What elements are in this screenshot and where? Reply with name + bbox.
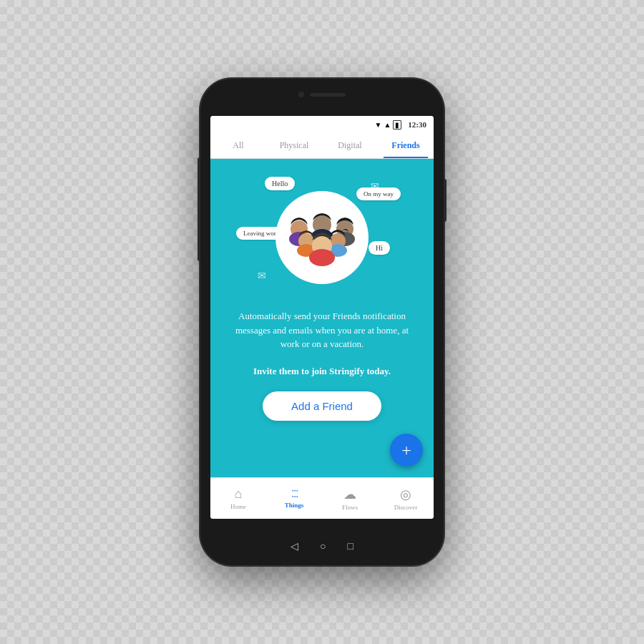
tab-physical[interactable]: Physical bbox=[266, 133, 322, 158]
bottom-nav: ⌂ Home ⁚⁚⁚ Things ☁ Flows ◎ Discover bbox=[210, 477, 434, 519]
envelope-icon-1: ✉ bbox=[371, 180, 379, 192]
battery-icon: ▮ bbox=[393, 120, 401, 130]
add-friend-button[interactable]: Add a Friend bbox=[263, 391, 381, 421]
nav-things[interactable]: ⁚⁚⁚ Things bbox=[266, 488, 322, 509]
nav-home[interactable]: ⌂ Home bbox=[210, 487, 266, 510]
speaker bbox=[310, 93, 346, 97]
tab-digital[interactable]: Digital bbox=[322, 133, 378, 158]
tab-all[interactable]: All bbox=[210, 133, 266, 158]
bubble-hi: Hi bbox=[369, 241, 390, 255]
status-bar: ▼ ▲ ▮ 12:30 bbox=[210, 116, 434, 133]
nav-flows[interactable]: ☁ Flows bbox=[322, 487, 378, 511]
friends-content: Hello On my way Leaving work Hi ✉ ✉ ✉ bbox=[210, 159, 434, 477]
android-nav-bar: ◁ ○ □ bbox=[200, 540, 444, 552]
time-display: 12:30 bbox=[408, 120, 426, 129]
phone-top-details bbox=[298, 92, 346, 97]
wifi-icon: ▼ bbox=[375, 121, 382, 129]
tab-friends[interactable]: Friends bbox=[378, 133, 434, 158]
home-button[interactable]: ○ bbox=[320, 541, 326, 552]
status-icons: ▼ ▲ ▮ 12:30 bbox=[375, 120, 426, 130]
nav-discover[interactable]: ◎ Discover bbox=[378, 487, 434, 511]
people-circle bbox=[275, 191, 369, 284]
phone-screen: ▼ ▲ ▮ 12:30 All Physical Digital Friends bbox=[210, 116, 434, 519]
description-text: Automatically send your Friends notifica… bbox=[225, 309, 419, 351]
signal-icon: ▲ bbox=[384, 121, 391, 129]
tab-bar: All Physical Digital Friends bbox=[210, 133, 434, 159]
bubble-hello: Hello bbox=[265, 177, 295, 190]
back-button[interactable]: ◁ bbox=[291, 540, 298, 552]
envelope-icon-3: ✉ bbox=[258, 270, 266, 282]
fab-button[interactable]: + bbox=[390, 434, 423, 467]
discover-icon: ◎ bbox=[400, 487, 411, 502]
flows-icon: ☁ bbox=[343, 487, 356, 502]
friends-illustration: Hello On my way Leaving work Hi ✉ ✉ ✉ bbox=[250, 173, 394, 302]
recent-button[interactable]: □ bbox=[348, 541, 353, 552]
things-icon: ⁚⁚⁚ bbox=[291, 488, 298, 500]
phone-mockup: ▼ ▲ ▮ 12:30 All Physical Digital Friends bbox=[200, 79, 444, 565]
invite-text: Invite them to join Stringify today. bbox=[253, 366, 391, 377]
home-icon: ⌂ bbox=[235, 487, 243, 502]
camera bbox=[298, 92, 304, 97]
svg-point-43 bbox=[309, 249, 335, 266]
